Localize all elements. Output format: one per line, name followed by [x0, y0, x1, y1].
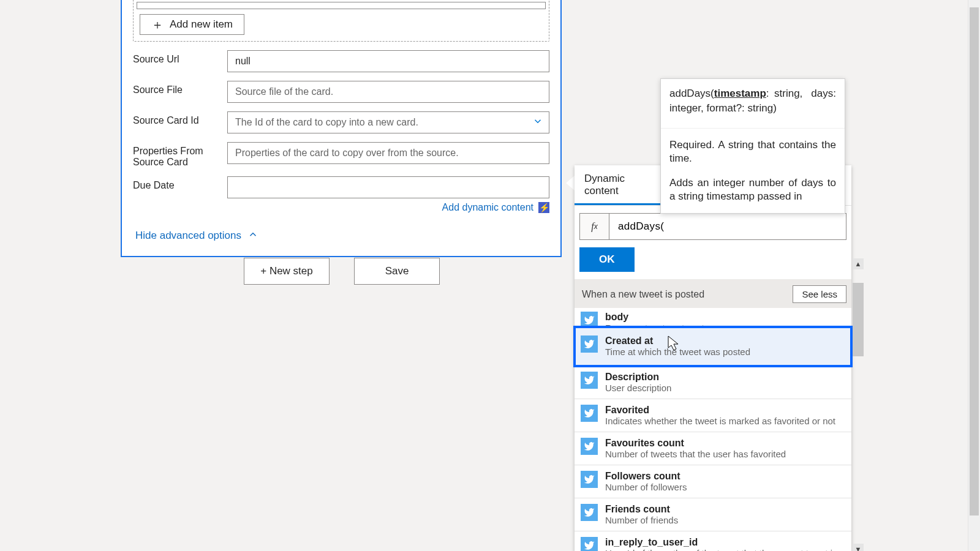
dc-item-friends-count[interactable]: Friends count Number of friends	[575, 498, 851, 531]
dc-item-desc: Number of followers	[605, 482, 846, 492]
dc-item-desc: Indicates whether the tweet is marked as…	[605, 416, 846, 426]
existing-item-input[interactable]	[137, 2, 546, 9]
dc-item-title: body	[605, 312, 846, 323]
dc-item-favorited[interactable]: Favorited Indicates whether the tweet is…	[575, 399, 851, 432]
dc-item-body[interactable]: body Represents a tweet post	[575, 308, 851, 327]
twitter-icon	[581, 335, 598, 353]
dc-item-title: Description	[605, 372, 846, 383]
dc-item-in-reply-to-user-id[interactable]: in_reply_to_user_id User Id of the autho…	[575, 531, 851, 551]
twitter-icon	[581, 405, 598, 422]
save-button[interactable]: Save	[354, 258, 440, 285]
dc-item-title: Created at	[605, 335, 846, 347]
dc-item-desc: User Id of the author of the tweet that …	[605, 548, 846, 551]
tooltip-description: Adds an integer number of days to a stri…	[669, 176, 836, 203]
dynamic-content-flyout: Dynamic content fx addDays( OK When a ne…	[575, 165, 851, 551]
dc-section-title: When a new tweet is posted	[582, 289, 704, 300]
fx-icon: fx	[580, 214, 609, 239]
due-date-input[interactable]	[227, 176, 549, 198]
add-dynamic-content-label: Add dynamic content	[442, 202, 533, 213]
source-file-input[interactable]	[227, 81, 549, 103]
flyout-scroll-up-icon[interactable]: ▲	[853, 258, 864, 269]
dc-item-title: Favorited	[605, 405, 846, 416]
props-from-source-input[interactable]	[227, 142, 549, 164]
chevron-up-icon	[247, 229, 258, 242]
action-card-panel: ＋ Add new item Source Url Source File So…	[121, 0, 562, 257]
dc-item-description[interactable]: Description User description	[575, 366, 851, 399]
hide-advanced-options-link[interactable]: Hide advanced options	[135, 230, 241, 242]
page-scrollbar[interactable]	[968, 0, 980, 551]
source-url-input[interactable]	[227, 50, 549, 72]
add-new-item-button[interactable]: ＋ Add new item	[140, 14, 244, 35]
flyout-scroll-thumb[interactable]	[853, 283, 864, 356]
dc-item-desc: Number of tweets that the user has favor…	[605, 449, 846, 459]
flyout-scroll-down-icon[interactable]: ▼	[853, 544, 864, 551]
add-dynamic-content-link[interactable]: Add dynamic content ⚡	[442, 202, 549, 213]
tooltip-required: Required. A string that contains the tim…	[669, 138, 836, 165]
ok-button[interactable]: OK	[579, 247, 635, 272]
dc-item-title: Favourites count	[605, 438, 846, 449]
props-from-source-label: Properties From Source Card	[133, 142, 227, 168]
twitter-icon	[581, 471, 598, 488]
dynamic-content-list: body Represents a tweet post Created at …	[575, 308, 851, 551]
dc-item-desc: Number of friends	[605, 515, 846, 525]
source-url-label: Source Url	[133, 50, 227, 65]
dc-item-title: Followers count	[605, 471, 846, 482]
dc-item-title: Friends count	[605, 504, 846, 515]
dc-item-title: in_reply_to_user_id	[605, 537, 846, 548]
expression-text: addDays(	[609, 220, 664, 233]
tooltip-signature: addDays(timestamp: string, days: integer…	[661, 79, 845, 129]
tab-dynamic-content[interactable]: Dynamic content	[575, 165, 660, 205]
twitter-icon	[581, 438, 598, 455]
item-list-box: ＋ Add new item	[133, 0, 549, 42]
page-scroll-thumb[interactable]	[970, 7, 979, 515]
see-less-button[interactable]: See less	[793, 285, 846, 303]
add-new-item-label: Add new item	[170, 18, 233, 31]
flyout-arrow-icon	[566, 176, 575, 190]
new-step-button[interactable]: + New step	[244, 258, 330, 285]
dc-item-desc: Represents a tweet post	[605, 323, 846, 327]
twitter-icon	[581, 312, 598, 327]
twitter-icon	[581, 372, 598, 389]
dc-item-created-at[interactable]: Created at Time at which the tweet was p…	[575, 327, 851, 366]
dc-item-desc: User description	[605, 383, 846, 393]
expression-bar[interactable]: fx addDays(	[579, 213, 846, 240]
plus-icon: ＋	[151, 18, 164, 31]
source-card-id-select[interactable]	[227, 111, 549, 133]
dc-item-desc: Time at which the tweet was posted	[605, 347, 846, 357]
dc-item-followers-count[interactable]: Followers count Number of followers	[575, 465, 851, 498]
source-file-label: Source File	[133, 81, 227, 96]
twitter-icon	[581, 537, 598, 551]
lightning-icon: ⚡	[538, 202, 549, 213]
due-date-label: Due Date	[133, 176, 227, 191]
twitter-icon	[581, 504, 598, 521]
workflow-footer: + New step Save	[244, 258, 440, 285]
dc-item-favourites-count[interactable]: Favourites count Number of tweets that t…	[575, 432, 851, 465]
expression-tooltip: addDays(timestamp: string, days: integer…	[660, 78, 845, 214]
source-card-id-label: Source Card Id	[133, 111, 227, 126]
